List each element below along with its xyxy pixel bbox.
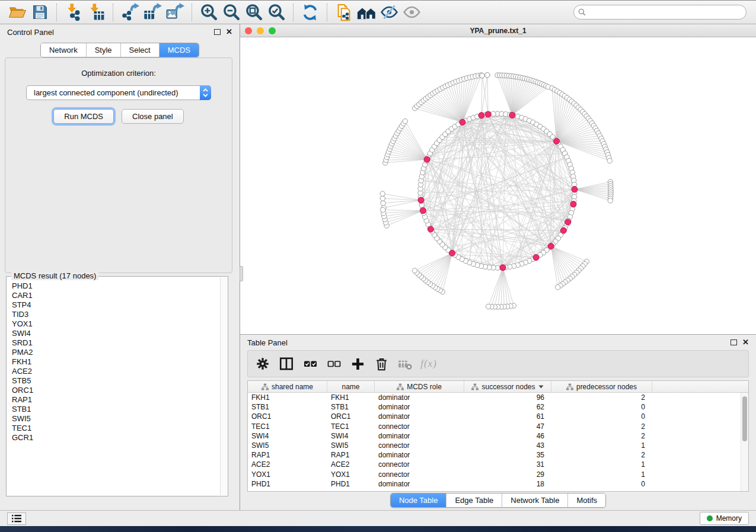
table-panel-close-button[interactable]: ✕	[742, 339, 749, 345]
graph-hub-node[interactable]	[509, 112, 515, 118]
zoom-selected-button[interactable]	[265, 2, 288, 23]
mcds-result-scrollbar[interactable]	[220, 277, 227, 495]
mcds-result-item[interactable]: SRD1	[8, 338, 220, 348]
create-column-button[interactable]	[347, 354, 368, 374]
mcds-result-item[interactable]: ORC1	[8, 386, 220, 395]
network-graph[interactable]	[240, 37, 755, 329]
cell-mcds-role[interactable]: connector	[375, 441, 464, 450]
cell-name[interactable]: FKH1	[327, 393, 375, 402]
export-network-button[interactable]	[119, 2, 141, 23]
cell-mcds-role[interactable]: dominator	[375, 393, 464, 402]
tab-network-table[interactable]: Network Table	[502, 493, 568, 507]
cell-mcds-role[interactable]: connector	[375, 460, 464, 469]
import-table-button[interactable]	[85, 2, 107, 23]
zoom-out-button[interactable]	[220, 2, 243, 23]
graph-node[interactable]	[480, 73, 484, 78]
graph-node[interactable]	[491, 111, 496, 116]
column-header-predecessor-nodes[interactable]: predecessor nodes	[551, 381, 652, 392]
graph-hub-node[interactable]	[418, 197, 424, 203]
cell-shared-name[interactable]: ORC1	[248, 412, 327, 421]
graph-node[interactable]	[381, 207, 385, 212]
window-close-button[interactable]	[245, 27, 252, 34]
cell-successor-nodes[interactable]: 61	[464, 412, 551, 421]
cell-name[interactable]: PHD1	[327, 479, 375, 489]
optimization-criterion-select[interactable]: largest connected component (undirected)	[26, 85, 211, 100]
cell-mcds-role[interactable]: dominator	[375, 431, 464, 441]
first-neighbors-button[interactable]	[355, 2, 378, 23]
graph-hub-node[interactable]	[548, 243, 554, 249]
graph-node[interactable]	[485, 73, 490, 78]
cell-predecessor-nodes[interactable]: 0	[551, 402, 652, 412]
deselect-all-button[interactable]	[324, 354, 344, 374]
tab-motifs[interactable]: Motifs	[568, 493, 605, 507]
search-input[interactable]	[573, 5, 747, 20]
tab-select[interactable]: Select	[121, 43, 160, 57]
show-column-panel-button[interactable]	[276, 354, 296, 374]
cell-name[interactable]: YOX1	[327, 470, 375, 479]
cell-shared-name[interactable]: ACE2	[248, 460, 327, 469]
graph-node[interactable]	[380, 191, 385, 196]
table-scrollbar[interactable]	[741, 393, 748, 491]
graph-node[interactable]	[403, 118, 407, 123]
cell-shared-name[interactable]: SWI5	[248, 441, 327, 450]
mcds-result-item[interactable]: YOX1	[8, 319, 220, 329]
graph-hub-node[interactable]	[485, 111, 491, 117]
cell-mcds-role[interactable]: dominator	[375, 450, 464, 460]
cell-mcds-role[interactable]: connector	[375, 470, 464, 479]
cell-successor-nodes[interactable]: 18	[464, 479, 551, 489]
cell-predecessor-nodes[interactable]: 0	[551, 412, 652, 421]
cell-successor-nodes[interactable]: 46	[464, 431, 551, 441]
cell-shared-name[interactable]: YOX1	[248, 470, 327, 479]
cell-predecessor-nodes[interactable]: 2	[551, 431, 652, 441]
mcds-result-item[interactable]: CAR1	[8, 291, 220, 300]
delete-column-button[interactable]	[371, 354, 391, 374]
cell-shared-name[interactable]: TEC1	[248, 422, 327, 431]
cell-predecessor-nodes[interactable]: 2	[551, 422, 652, 431]
cell-name[interactable]: SWI4	[327, 431, 375, 441]
cell-successor-nodes[interactable]: 96	[464, 393, 551, 402]
control-panel-float-button[interactable]	[214, 29, 221, 35]
column-header-name[interactable]: name	[327, 381, 375, 392]
export-image-button[interactable]	[164, 2, 186, 23]
cell-shared-name[interactable]: FKH1	[248, 393, 327, 402]
cell-shared-name[interactable]: PHD1	[248, 479, 327, 489]
mcds-result-item[interactable]: ACE2	[8, 367, 220, 376]
mcds-result-item[interactable]: GCR1	[8, 433, 220, 443]
column-header-MCDS-role[interactable]: MCDS role	[375, 381, 464, 392]
mcds-result-item[interactable]: STB1	[8, 405, 220, 414]
graph-node[interactable]	[381, 201, 385, 206]
splitter-handle[interactable]	[240, 266, 243, 281]
cell-successor-nodes[interactable]: 35	[464, 450, 551, 460]
zoom-fit-button[interactable]	[243, 2, 265, 23]
hide-selected-button[interactable]	[378, 2, 400, 23]
table-settings-button[interactable]	[253, 354, 273, 374]
graph-node[interactable]	[486, 304, 490, 309]
run-mcds-button[interactable]: Run MCDS	[53, 109, 114, 124]
cell-name[interactable]: SWI5	[327, 441, 375, 450]
window-zoom-button[interactable]	[269, 27, 276, 34]
graph-node[interactable]	[608, 198, 613, 203]
cell-shared-name[interactable]: STB1	[248, 402, 327, 412]
mcds-result-item[interactable]: RAP1	[8, 395, 220, 405]
import-network-button[interactable]	[62, 2, 85, 23]
close-panel-button[interactable]: Close panel	[122, 109, 184, 124]
cell-name[interactable]: RAP1	[327, 450, 375, 460]
mcds-result-item[interactable]: STP4	[8, 300, 220, 310]
mcds-result-item[interactable]: TEC1	[8, 424, 220, 433]
tab-mcds[interactable]: MCDS	[160, 43, 199, 57]
mcds-result-item[interactable]: TID3	[8, 310, 220, 319]
graph-hub-node[interactable]	[479, 113, 484, 118]
graph-hub-node[interactable]	[420, 208, 426, 214]
mcds-result-item[interactable]: SWI4	[8, 329, 220, 338]
table-scrollbar-thumb[interactable]	[742, 396, 747, 441]
cell-predecessor-nodes[interactable]: 1	[551, 460, 652, 469]
mcds-result-item[interactable]: FKH1	[8, 357, 220, 367]
select-all-button[interactable]	[300, 354, 320, 374]
cell-successor-nodes[interactable]: 31	[464, 460, 551, 469]
column-header-successor-nodes[interactable]: successor nodes	[464, 381, 551, 392]
export-table-button[interactable]	[141, 2, 164, 23]
cell-name[interactable]: ACE2	[327, 460, 375, 469]
graph-hub-node[interactable]	[428, 226, 433, 232]
clone-network-button[interactable]	[333, 2, 355, 23]
cell-predecessor-nodes[interactable]: 1	[551, 470, 652, 479]
